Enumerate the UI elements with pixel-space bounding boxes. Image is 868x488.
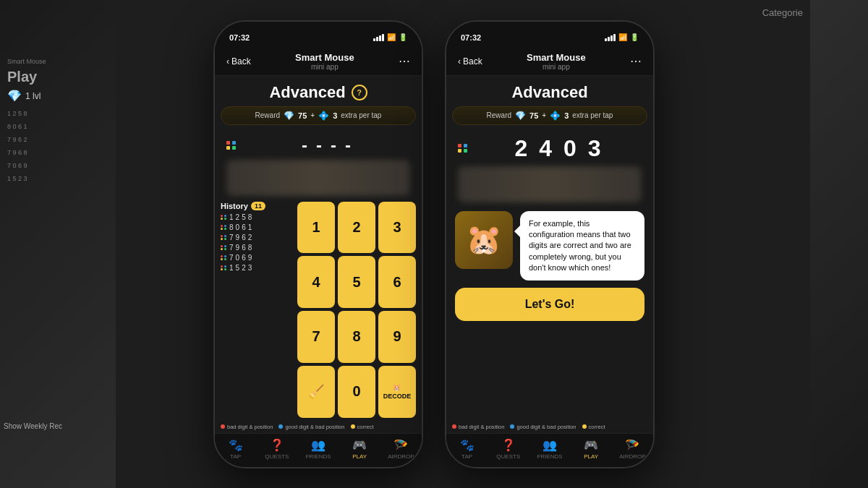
phone-2-crystal-count: 3	[564, 111, 569, 120]
phone-1-nav-play[interactable]: 🎮 PLAY	[339, 438, 380, 460]
history-grid-5	[221, 255, 227, 260]
phone-2-app-subtitle: mini app	[527, 63, 586, 71]
signal-icon	[373, 34, 384, 41]
phone-2-quests-icon: ❓	[501, 438, 516, 452]
phone-2-app-title: Smart Mouse	[527, 52, 586, 63]
phone-2-grid-icon	[458, 144, 468, 153]
legend-yellow: correct	[351, 424, 374, 430]
back-label: Back	[231, 56, 251, 67]
key-4[interactable]: 4	[297, 256, 335, 308]
history-row-4: 7 9 6 8	[221, 244, 293, 252]
code-dash-4: -	[345, 135, 351, 155]
code-digit-1: 2	[514, 135, 527, 162]
history-row-1: 1 2 5 8	[221, 213, 293, 221]
phone-1-nav-friends[interactable]: 👥 FRIENDS	[297, 438, 339, 460]
help-icon[interactable]: ?	[352, 85, 367, 100]
code-dash-1: -	[302, 135, 307, 155]
phone-2-nav-quests[interactable]: ❓ QUESTS	[488, 438, 529, 460]
phone-2-legend-yellow-dot	[582, 424, 587, 429]
history-count: 11	[251, 202, 265, 210]
show-weekly-label: Show Weekly Rec	[4, 422, 62, 430]
decode-label: 🐹 DECODE	[383, 384, 412, 400]
bg-row-1: 1 2 5 8	[7, 110, 109, 117]
phone-2-legend-red: bad digit & position	[452, 424, 504, 430]
history-header: History 11	[221, 202, 293, 210]
legend-blue-dot	[278, 424, 283, 429]
history-grid-3	[221, 235, 227, 240]
bg-app-name: Smart Mouse	[7, 58, 109, 65]
bg-row-3: 7 9 6 2	[7, 136, 109, 143]
phone-1-bottom-nav: 🐾 TAP ❓ QUESTS 👥 FRIENDS 🎮 PLAY 🪂	[215, 433, 422, 467]
crystal-icon: 💠	[318, 111, 329, 121]
key-decode[interactable]: 🐹 DECODE	[378, 366, 416, 418]
phone-1-reward-bar: Reward 💎 75 + 💠 3 extra per tap	[221, 106, 416, 125]
key-8[interactable]: 8	[338, 311, 375, 363]
phone-2-legend-yellow: correct	[582, 424, 605, 430]
phone-2-play-label: PLAY	[584, 453, 598, 460]
key-1[interactable]: 1	[297, 202, 335, 254]
phone-1-nav-tap[interactable]: 🐾 TAP	[215, 438, 256, 460]
friends-label: FRIENDS	[305, 453, 331, 460]
code-digit-3: 0	[563, 135, 576, 162]
legend-red-dot	[221, 424, 225, 429]
bg-row-2: 8 0 6 1	[7, 123, 109, 130]
key-6[interactable]: 6	[378, 256, 416, 308]
phone-2-reward-label: Reward	[487, 111, 511, 119]
history-row-6: 1 5 2 3	[221, 264, 293, 272]
key-9[interactable]: 9	[378, 311, 416, 363]
phone-2-quests-label: QUESTS	[496, 453, 520, 460]
phone-2-tap-icon: 🐾	[460, 438, 475, 452]
wifi-icon: 📶	[387, 33, 396, 41]
code-digit-4: 3	[588, 135, 601, 162]
key-3[interactable]: 3	[378, 202, 416, 254]
phone-1-blurred-area	[226, 160, 410, 196]
phone-2: 07:32 📶 🔋 ‹ Back Smart Mouse mini app	[445, 20, 655, 468]
phone-2-friends-label: FRIENDS	[537, 453, 562, 460]
phone-2-extra-text: extra per tap	[572, 111, 613, 119]
phone-1-nav-quests[interactable]: ❓ QUESTS	[256, 438, 297, 460]
phone-1-nav-title: Smart Mouse mini app	[295, 52, 354, 71]
keypad: 1 2 3 4 5 6 7 8 9 🧹 0 🐹	[297, 202, 416, 418]
phone-2-nav-play[interactable]: 🎮 PLAY	[571, 438, 612, 460]
crystal-count: 3	[333, 111, 337, 120]
phone-2-nav-friends[interactable]: 👥 FRIENDS	[529, 438, 570, 460]
phone-1-more-button[interactable]: ⋯	[399, 54, 410, 68]
history-grid-6	[221, 265, 227, 270]
phone-2-legend-red-label: bad digit & position	[459, 424, 504, 430]
phone-1-screen: Advanced ? Reward 💎 75 + 💠 3 extra per t…	[215, 76, 422, 467]
phone-1-app-title: Smart Mouse	[295, 52, 354, 63]
bg-row-4-text: 7 9 6 8	[7, 149, 27, 156]
key-7[interactable]: 7	[297, 311, 335, 363]
grid-icon	[226, 141, 237, 150]
key-2[interactable]: 2	[338, 202, 375, 254]
code-digits-row: 2 4 0 3	[474, 135, 642, 162]
code-digit-2: 4	[539, 135, 552, 162]
bg-row-6: 1 5 2 3	[7, 175, 109, 182]
phone-2-more-button[interactable]: ⋯	[630, 54, 642, 68]
phone-2-back-chevron-icon: ‹	[458, 56, 461, 67]
bg-row-3-text: 7 9 6 2	[7, 136, 27, 143]
history-grid-2	[221, 225, 227, 230]
phone-2-legend-blue-dot	[510, 424, 514, 429]
phone-2-back-button[interactable]: ‹ Back	[458, 56, 482, 67]
legend-yellow-label: correct	[357, 424, 374, 430]
lets-go-button[interactable]: Let's Go!	[455, 288, 644, 321]
phone-1-back-button[interactable]: ‹ Back	[226, 56, 251, 67]
reward-label: Reward	[255, 111, 280, 119]
key-0[interactable]: 0	[338, 366, 375, 418]
gem-count: 75	[298, 111, 307, 120]
phone-2-legend-red-dot	[452, 424, 456, 429]
phone-2-nav-title: Smart Mouse mini app	[527, 52, 586, 71]
phone-2-nav-tap[interactable]: 🐾 TAP	[446, 438, 488, 460]
phone-2-back-label: Back	[463, 56, 482, 67]
phone-1-nav-airdrop[interactable]: 🪂 AIRDROP	[380, 438, 422, 460]
phone-2-legend-blue-label: good digit & bad position	[516, 424, 576, 430]
key-5[interactable]: 5	[338, 256, 375, 308]
phone-1-game-area: History 11 1 2	[215, 199, 422, 421]
phone-2-legend-yellow-label: correct	[589, 424, 605, 430]
phone-2-nav-airdrop[interactable]: 🪂 AIRDROP	[612, 438, 653, 460]
history-grid-1	[221, 215, 227, 220]
phone-2-time: 07:32	[461, 33, 481, 42]
bg-row-5-text: 7 0 6 9	[7, 162, 27, 169]
key-clear[interactable]: 🧹	[297, 366, 335, 418]
